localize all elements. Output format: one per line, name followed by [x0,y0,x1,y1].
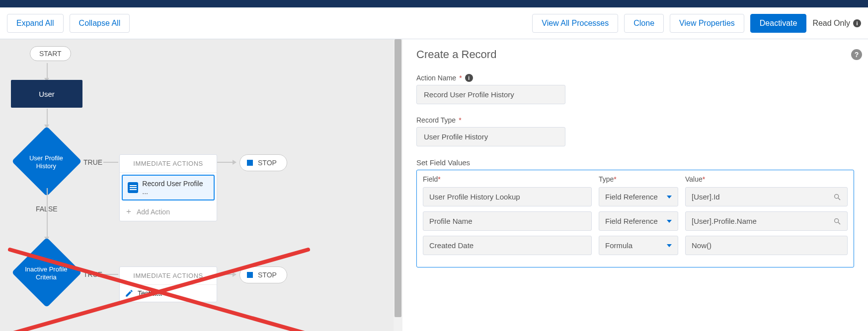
action-name-label: Action Name* i [416,74,854,82]
edge [217,274,235,275]
label-text: Action Name [416,74,456,82]
required-asterisk: * [703,175,705,183]
read-only-label: Read Only i [812,19,861,28]
type-cell[interactable]: Field Reference [599,187,678,206]
search-icon[interactable] [833,217,841,225]
immediate-actions-panel-2: IMMEDIATE ACTIONS Testtttttt [119,266,217,302]
table-row: Profile Name Field Reference [User].Prof… [423,211,848,231]
view-properties-button[interactable]: View Properties [670,14,744,33]
edit-icon [125,289,134,298]
value-cell[interactable]: Now() [685,236,848,255]
add-action-label: Add Action [137,208,170,216]
dropdown-caret-icon [667,220,672,223]
help-icon[interactable]: ? [851,49,862,60]
edge [47,188,48,238]
stop-square-icon [247,272,253,278]
canvas-scrollbar-thumb[interactable] [395,39,401,317]
label-text: Record Type [416,116,456,124]
object-node[interactable]: User [11,80,82,108]
add-action-button[interactable]: ＋ Add Action [120,202,217,221]
immediate-actions-header: IMMEDIATE ACTIONS [120,267,217,285]
info-icon: i [853,19,861,27]
deactivate-button[interactable]: Deactivate [750,14,807,33]
search-icon[interactable] [833,193,841,201]
clone-button[interactable]: Clone [624,14,664,33]
expand-all-button[interactable]: Expand All [7,14,64,33]
grid-header: Field* Type* Value* [423,175,848,183]
canvas-scrollbar[interactable] [394,39,402,331]
edge [103,274,118,275]
field-cell[interactable]: Created Date [423,236,592,255]
edge [47,109,48,126]
info-icon[interactable]: i [465,74,473,82]
action-record-user-profile[interactable]: Record User Profile ... [122,175,215,200]
required-asterisk: * [614,175,616,183]
criteria-label: User Profile History [19,154,73,170]
action-name-field[interactable]: Record User Profile History [416,85,565,104]
action-label: Testtttttt [138,289,162,297]
edge [217,162,235,163]
edge-label-true: TRUE [83,158,102,166]
detail-panel: ? Create a Record Action Name* i Record … [402,39,868,331]
header-value: Value [685,175,703,183]
edge [103,162,118,163]
table-row: Created Date Formula Now() [423,236,848,255]
field-cell[interactable]: User Profile History Lookup [423,187,592,206]
stop-node-1[interactable]: STOP [239,154,287,171]
global-header-stripe [0,0,868,7]
process-canvas: START User User Profile History TRUE IMM… [0,39,402,331]
record-type-field[interactable]: User Profile History [416,127,565,146]
view-all-processes-button[interactable]: View All Processes [532,14,618,33]
field-cell[interactable]: Profile Name [423,211,592,231]
svg-line-5 [838,222,840,224]
required-asterisk: * [438,175,440,183]
toolbar: Expand All Collapse All View All Process… [0,7,868,39]
criteria-node-user-profile-history[interactable]: User Profile History [11,126,81,196]
criteria-node-inactive-profile[interactable]: Inactive Profile Criteria [11,237,81,307]
svg-point-4 [835,218,839,222]
stop-label: STOP [258,271,277,279]
action-test[interactable]: Testtttttt [120,285,217,302]
svg-point-2 [835,194,839,198]
type-cell[interactable]: Field Reference [599,211,678,231]
svg-line-3 [838,198,840,200]
type-cell[interactable]: Formula [599,236,678,255]
dropdown-caret-icon [667,244,672,247]
edge [47,63,48,79]
header-type: Type [599,175,614,183]
stop-node-2[interactable]: STOP [239,266,287,283]
dropdown-caret-icon [667,196,672,199]
value-cell[interactable]: [User].Profile.Name [685,211,848,231]
required-asterisk: * [459,74,462,82]
stop-label: STOP [258,159,277,167]
header-field: Field [423,175,438,183]
collapse-all-button[interactable]: Collapse All [70,14,130,33]
value-cell[interactable]: [User].Id [685,187,848,206]
stop-square-icon [247,160,253,166]
set-field-values-title: Set Field Values [416,158,854,167]
record-type-label: Record Type* [416,116,854,124]
plus-icon: ＋ [125,206,133,217]
edge-label-true: TRUE [83,270,102,278]
required-asterisk: * [459,116,461,124]
field-values-grid: Field* Type* Value* User Profile History… [416,170,854,267]
immediate-actions-header: IMMEDIATE ACTIONS [120,155,217,173]
immediate-actions-panel-1: IMMEDIATE ACTIONS Record User Profile ..… [119,154,217,221]
edge-arrowhead [233,272,237,277]
table-row: User Profile History Lookup Field Refere… [423,187,848,206]
criteria-label: Inactive Profile Criteria [19,265,73,281]
panel-title: Create a Record [416,48,854,61]
start-node[interactable]: START [30,46,71,61]
record-icon [128,182,138,193]
action-label: Record User Profile ... [142,180,209,196]
read-only-text: Read Only [812,19,850,28]
edge-arrowhead [233,160,237,165]
